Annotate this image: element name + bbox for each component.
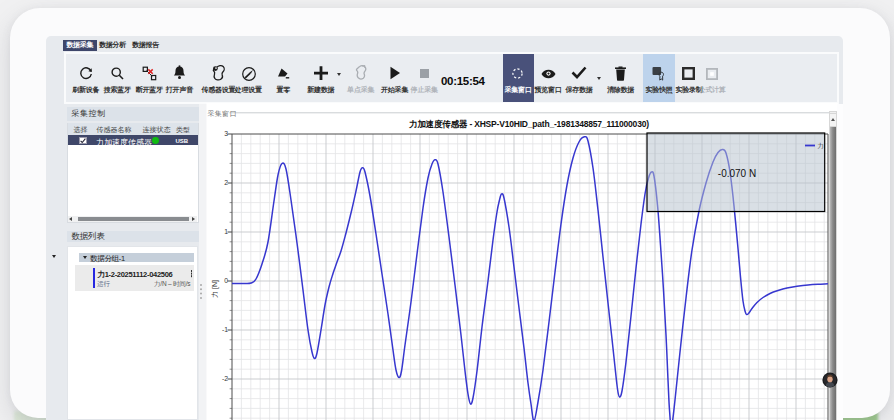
svg-text:-0.070 N: -0.070 N xyxy=(718,168,756,179)
svg-text:力: 力 xyxy=(818,142,825,149)
svg-text:力 [N]: 力 [N] xyxy=(211,280,219,298)
svg-text:3: 3 xyxy=(224,130,228,137)
svg-text:1: 1 xyxy=(224,228,228,235)
svg-text:采集窗口: 采集窗口 xyxy=(208,110,237,118)
svg-text:0: 0 xyxy=(224,277,228,284)
svg-text:-2: -2 xyxy=(222,375,228,382)
svg-text:力加速度传感器 - XHSP-V10HID_path_-19: 力加速度传感器 - XHSP-V10HID_path_-1981348857_1… xyxy=(408,119,649,129)
svg-text:-1: -1 xyxy=(222,326,228,333)
svg-text:2: 2 xyxy=(224,179,228,186)
